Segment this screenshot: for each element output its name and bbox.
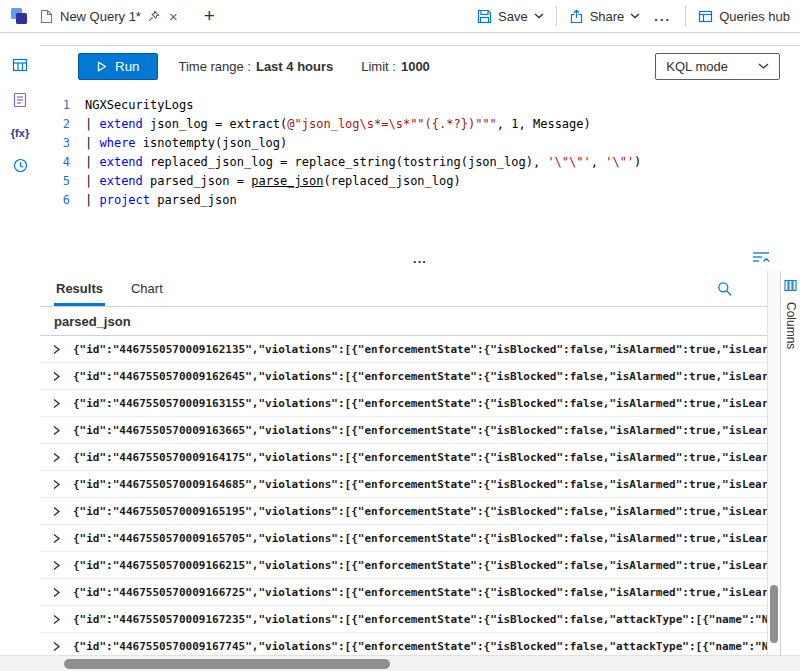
code-line[interactable]: 1NGXSecurityLogs <box>40 96 800 115</box>
queries-icon[interactable] <box>12 92 28 108</box>
expand-chevron-icon[interactable] <box>52 641 64 652</box>
table-row[interactable]: {"id":"4467550570009162645","violations"… <box>40 363 767 390</box>
toolbar-divider <box>685 6 686 26</box>
vertical-scrollbar-thumb[interactable] <box>770 585 778 643</box>
search-icon[interactable] <box>717 281 733 297</box>
limit-value: 1000 <box>401 59 430 74</box>
query-toolbar: Run Time range : Last 4 hours Limit : 10… <box>40 45 800 87</box>
code-text: | project parsed_json <box>70 191 237 210</box>
row-json-value: {"id":"4467550570009167745","violations"… <box>73 640 767 653</box>
expand-chevron-icon[interactable] <box>52 587 64 598</box>
splitter-handle[interactable]: ... <box>413 256 427 262</box>
row-json-value: {"id":"4467550570009162645","violations"… <box>73 370 767 383</box>
row-json-value: {"id":"4467550570009166725","violations"… <box>73 586 767 599</box>
table-row[interactable]: {"id":"4467550570009167745","violations"… <box>40 633 767 655</box>
expand-chevron-icon[interactable] <box>52 560 64 571</box>
tab-results[interactable]: Results <box>56 271 103 306</box>
close-icon[interactable]: × <box>167 9 180 24</box>
queries-hub-button[interactable]: Queries hub <box>698 9 790 24</box>
app-logo <box>10 7 28 25</box>
share-icon <box>569 9 584 24</box>
line-number: 2 <box>40 115 70 134</box>
tables-icon[interactable] <box>12 57 28 73</box>
expand-chevron-icon[interactable] <box>52 425 64 436</box>
query-editor[interactable]: 1NGXSecurityLogs2| extend json_log = ext… <box>40 87 800 247</box>
new-tab-button[interactable]: + <box>192 5 227 27</box>
save-icon <box>477 9 492 24</box>
expand-chevron-icon[interactable] <box>52 614 64 625</box>
save-button[interactable]: Save <box>477 9 544 24</box>
row-json-value: {"id":"4467550570009163155","violations"… <box>73 397 767 410</box>
mode-dropdown[interactable]: KQL mode <box>655 53 780 80</box>
history-icon[interactable] <box>13 158 28 173</box>
tab-title: New Query 1* <box>60 9 141 24</box>
expand-chevron-icon[interactable] <box>52 479 64 490</box>
results-rows: {"id":"4467550570009162135","violations"… <box>40 336 767 655</box>
table-row[interactable]: {"id":"4467550570009166725","violations"… <box>40 579 767 606</box>
query-tab[interactable]: New Query 1* × <box>34 0 186 32</box>
code-text: | extend parsed_json = parse_json(replac… <box>70 172 461 191</box>
collapse-editor-icon[interactable] <box>752 249 770 264</box>
query-panel: Run Time range : Last 4 hours Limit : 10… <box>40 33 800 655</box>
code-line[interactable]: 2| extend json_log = extract(@"json_log\… <box>40 115 800 134</box>
expand-chevron-icon[interactable] <box>52 452 64 463</box>
time-range-value: Last 4 hours <box>256 59 333 74</box>
code-text: NGXSecurityLogs <box>70 96 193 115</box>
table-row[interactable]: {"id":"4467550570009165195","violations"… <box>40 498 767 525</box>
chevron-down-icon <box>534 13 544 19</box>
results-tab-bar: Results Chart <box>40 271 767 307</box>
line-number: 5 <box>40 172 70 191</box>
table-row[interactable]: {"id":"4467550570009166215","violations"… <box>40 552 767 579</box>
column-header-parsed-json[interactable]: parsed_json <box>40 307 767 336</box>
line-number: 6 <box>40 191 70 210</box>
run-button[interactable]: Run <box>78 53 158 80</box>
line-number: 3 <box>40 134 70 153</box>
horizontal-scrollbar[interactable] <box>0 655 800 671</box>
code-line[interactable]: 5| extend parsed_json = parse_json(repla… <box>40 172 800 191</box>
expand-chevron-icon[interactable] <box>52 506 64 517</box>
share-button[interactable]: Share <box>569 9 641 24</box>
time-range-button[interactable]: Time range : Last 4 hours <box>170 54 341 79</box>
row-json-value: {"id":"4467550570009165705","violations"… <box>73 532 767 545</box>
horizontal-scrollbar-thumb[interactable] <box>64 659 390 669</box>
results-panel: Results Chart parsed_json {"id":"4467550… <box>40 271 800 655</box>
table-row[interactable]: {"id":"4467550570009164175","violations"… <box>40 444 767 471</box>
line-number: 4 <box>40 153 70 172</box>
main-area: {fx} Run Time range : Last 4 hours Limit… <box>0 33 800 655</box>
code-line[interactable]: 6| project parsed_json <box>40 191 800 210</box>
limit-button[interactable]: Limit : 1000 <box>353 54 438 79</box>
columns-icon <box>784 279 797 292</box>
results-main: Results Chart parsed_json {"id":"4467550… <box>40 271 767 655</box>
row-json-value: {"id":"4467550570009167235","violations"… <box>73 613 767 626</box>
table-row[interactable]: {"id":"4467550570009163155","violations"… <box>40 390 767 417</box>
queries-hub-icon <box>698 9 713 24</box>
pin-icon[interactable] <box>148 10 160 22</box>
table-row[interactable]: {"id":"4467550570009162135","violations"… <box>40 336 767 363</box>
more-actions-icon[interactable]: ... <box>652 9 673 24</box>
code-line[interactable]: 3| where isnotempty(json_log) <box>40 134 800 153</box>
functions-icon[interactable]: {fx} <box>11 127 29 139</box>
expand-chevron-icon[interactable] <box>52 371 64 382</box>
code-line[interactable]: 4| extend replaced_json_log = replace_st… <box>40 153 800 172</box>
expand-chevron-icon[interactable] <box>52 398 64 409</box>
play-icon <box>97 61 107 72</box>
row-json-value: {"id":"4467550570009162135","violations"… <box>73 343 767 356</box>
table-row[interactable]: {"id":"4467550570009167235","violations"… <box>40 606 767 633</box>
chevron-down-icon <box>630 13 640 19</box>
expand-chevron-icon[interactable] <box>52 533 64 544</box>
row-json-value: {"id":"4467550570009166215","violations"… <box>73 559 767 572</box>
code-text: | extend replaced_json_log = replace_str… <box>70 153 641 172</box>
table-row[interactable]: {"id":"4467550570009165705","violations"… <box>40 525 767 552</box>
tab-chart[interactable]: Chart <box>131 271 163 306</box>
code-text: | extend json_log = extract(@"json_log\s… <box>70 115 591 134</box>
expand-chevron-icon[interactable] <box>52 344 64 355</box>
table-row[interactable]: {"id":"4467550570009164685","violations"… <box>40 471 767 498</box>
columns-side-panel[interactable]: Columns <box>780 271 800 655</box>
code-text: | where isnotempty(json_log) <box>70 134 287 153</box>
editor-lines: 1NGXSecurityLogs2| extend json_log = ext… <box>40 96 800 210</box>
table-row[interactable]: {"id":"4467550570009163665","violations"… <box>40 417 767 444</box>
row-json-value: {"id":"4467550570009164175","violations"… <box>73 451 767 464</box>
top-tab-bar: New Query 1* × + Save Share <box>0 0 800 33</box>
pane-splitter[interactable]: ... <box>40 247 800 271</box>
vertical-scrollbar[interactable] <box>767 271 780 655</box>
